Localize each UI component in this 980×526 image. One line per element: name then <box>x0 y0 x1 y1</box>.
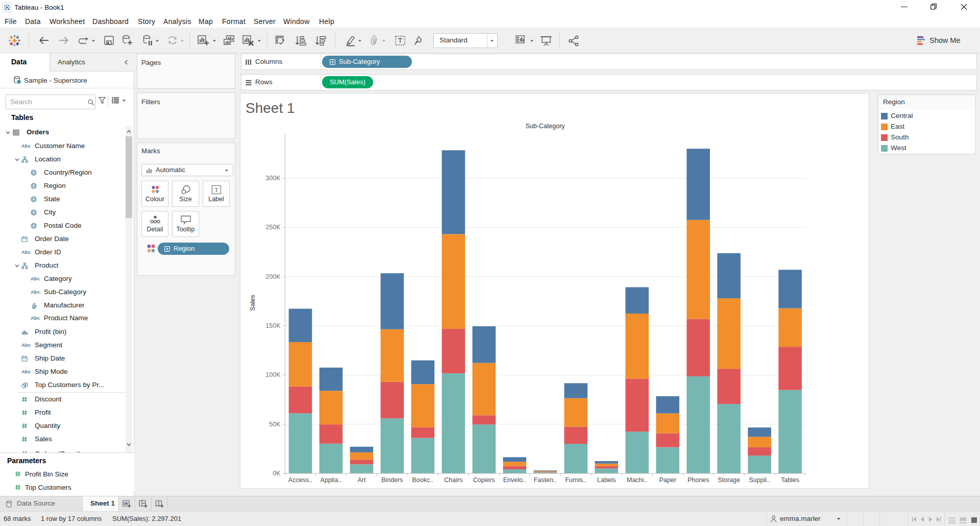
svg-text:Copiers: Copiers <box>473 476 495 484</box>
svg-text:Labels: Labels <box>597 476 616 484</box>
svg-text:Fasten..: Fasten.. <box>534 476 557 484</box>
svg-text:Machi..: Machi.. <box>627 476 647 484</box>
svg-text:100K: 100K <box>265 371 281 378</box>
svg-text:Storage: Storage <box>718 476 740 484</box>
svg-text:Phones: Phones <box>688 476 709 484</box>
svg-text:Art: Art <box>357 476 366 484</box>
svg-text:Access..: Access.. <box>288 476 312 484</box>
svg-text:Tables: Tables <box>781 476 799 484</box>
svg-text:150K: 150K <box>265 322 281 329</box>
svg-text:Sales: Sales <box>249 295 256 310</box>
svg-text:Bookc..: Bookc.. <box>412 476 434 484</box>
svg-text:50K: 50K <box>269 421 281 428</box>
svg-text:0K: 0K <box>273 470 281 477</box>
svg-text:Chairs: Chairs <box>444 476 462 484</box>
svg-text:Binders: Binders <box>381 476 403 484</box>
svg-text:300K: 300K <box>265 175 281 182</box>
svg-text:T: T <box>214 186 218 194</box>
svg-text:Suppli..: Suppli.. <box>749 476 770 484</box>
svg-text:250K: 250K <box>265 224 281 231</box>
svg-text:200K: 200K <box>265 273 281 280</box>
svg-text:Paper: Paper <box>659 476 676 484</box>
svg-text:Envelo..: Envelo.. <box>503 476 526 484</box>
svg-text:Applia..: Applia.. <box>321 476 342 484</box>
svg-text:Furnis..: Furnis.. <box>565 476 586 484</box>
